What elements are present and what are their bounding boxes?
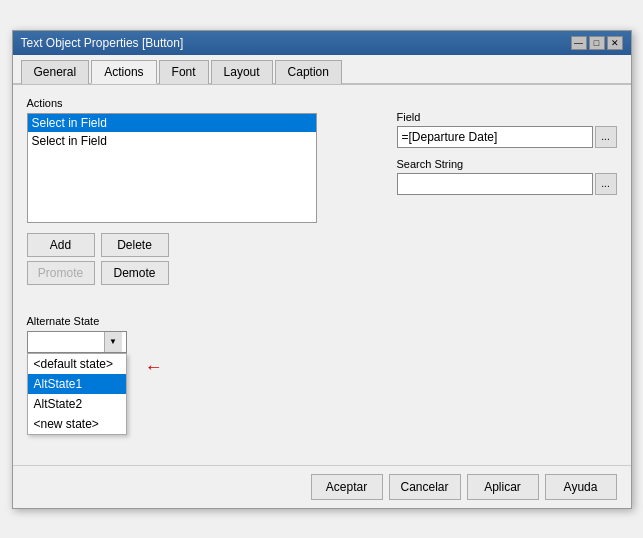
delete-button[interactable]: Delete xyxy=(101,233,169,257)
alt-state-section: Alternate State ▼ <default state> AltSta… xyxy=(27,315,127,353)
dropdown-option-default[interactable]: <default state> xyxy=(28,354,126,374)
dropdown-option-altstate1[interactable]: AltState1 xyxy=(28,374,126,394)
content-area: Actions Select in Field Select in Field … xyxy=(13,85,631,465)
actions-label: Actions xyxy=(27,97,617,109)
list-item[interactable]: Select in Field xyxy=(28,114,316,132)
footer: Aceptar Cancelar Aplicar Ayuda xyxy=(13,465,631,508)
dropdown-menu: <default state> AltState1 AltState2 <new… xyxy=(27,353,127,435)
tab-layout[interactable]: Layout xyxy=(211,60,273,84)
minimize-button[interactable]: — xyxy=(571,36,587,50)
list-item[interactable]: Select in Field xyxy=(28,132,316,150)
action-buttons: Add Delete Promote Demote xyxy=(27,233,169,285)
add-delete-row: Add Delete xyxy=(27,233,169,257)
tab-general[interactable]: General xyxy=(21,60,90,84)
search-string-label: Search String xyxy=(397,158,617,170)
maximize-button[interactable]: □ xyxy=(589,36,605,50)
close-button[interactable]: ✕ xyxy=(607,36,623,50)
search-browse-button[interactable]: ... xyxy=(595,173,617,195)
title-bar-buttons: — □ ✕ xyxy=(571,36,623,50)
promote-demote-row: Promote Demote xyxy=(27,261,169,285)
tab-caption[interactable]: Caption xyxy=(275,60,342,84)
alt-state-dropdown[interactable]: ▼ xyxy=(27,331,127,353)
selection-arrow-icon: ← xyxy=(145,357,163,378)
alt-state-label: Alternate State xyxy=(27,315,127,327)
cancelar-button[interactable]: Cancelar xyxy=(389,474,461,500)
field-browse-button[interactable]: ... xyxy=(595,126,617,148)
add-button[interactable]: Add xyxy=(27,233,95,257)
field-input-row: ... xyxy=(397,126,617,148)
actions-list[interactable]: Select in Field Select in Field xyxy=(27,113,317,223)
ayuda-button[interactable]: Ayuda xyxy=(545,474,617,500)
aplicar-button[interactable]: Aplicar xyxy=(467,474,539,500)
action-buttons-row: Add Delete Promote Demote xyxy=(27,233,617,285)
dropdown-arrow-icon[interactable]: ▼ xyxy=(104,332,122,352)
tab-actions[interactable]: Actions xyxy=(91,60,156,84)
dropdown-option-newstate[interactable]: <new state> xyxy=(28,414,126,434)
promote-button[interactable]: Promote xyxy=(27,261,95,285)
field-input[interactable] xyxy=(397,126,593,148)
dropdown-container: ▼ <default state> AltState1 AltState2 <n… xyxy=(27,331,127,353)
main-window: Text Object Properties [Button] — □ ✕ Ge… xyxy=(12,30,632,509)
window-title: Text Object Properties [Button] xyxy=(21,36,184,50)
tab-font[interactable]: Font xyxy=(159,60,209,84)
tab-bar: General Actions Font Layout Caption xyxy=(13,55,631,85)
aceptar-button[interactable]: Aceptar xyxy=(311,474,383,500)
search-input-row: ... xyxy=(397,173,617,195)
title-bar: Text Object Properties [Button] — □ ✕ xyxy=(13,31,631,55)
dropdown-option-altstate2[interactable]: AltState2 xyxy=(28,394,126,414)
search-string-input[interactable] xyxy=(397,173,593,195)
field-label: Field xyxy=(397,111,617,123)
field-section: Field ... Search String ... xyxy=(397,111,617,205)
demote-button[interactable]: Demote xyxy=(101,261,169,285)
